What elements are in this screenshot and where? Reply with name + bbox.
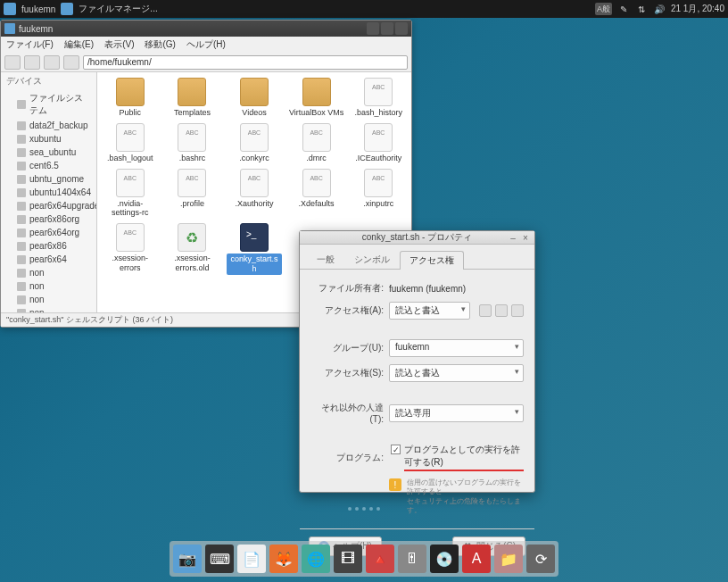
dock-item[interactable]: 🔺 bbox=[366, 545, 394, 573]
file-item[interactable]: .bash_history bbox=[349, 76, 408, 120]
fm-menubar: ファイル(F) 編集(E) 表示(V) 移動(G) ヘルプ(H) bbox=[1, 37, 411, 53]
close-button[interactable] bbox=[395, 22, 408, 35]
file-item[interactable]: .dmrc bbox=[287, 121, 346, 165]
label-others: それ以外の人達(T): bbox=[310, 402, 384, 424]
combo-group[interactable]: fuukemn bbox=[389, 339, 524, 357]
panel-app-name[interactable]: fuukemn bbox=[21, 4, 55, 14]
nav-back-button[interactable] bbox=[4, 55, 21, 70]
file-item[interactable]: conky_start.sh bbox=[225, 221, 284, 277]
combo-access-s[interactable]: 読込と書込 bbox=[389, 364, 524, 382]
nav-forward-button[interactable] bbox=[24, 55, 40, 70]
file-item[interactable]: .xsession-errors bbox=[101, 221, 160, 277]
label-access-a: アクセス権(A): bbox=[310, 304, 384, 317]
sidebar-item[interactable]: non bbox=[1, 266, 96, 279]
edit-icon[interactable]: ✎ bbox=[617, 3, 630, 15]
file-label: .xinputrc bbox=[363, 199, 393, 209]
dock-item[interactable]: 📄 bbox=[237, 545, 266, 573]
menu-edit[interactable]: 編集(E) bbox=[64, 38, 94, 51]
tab-permissions[interactable]: アクセス権 bbox=[400, 251, 464, 270]
tab-general[interactable]: 一般 bbox=[307, 250, 344, 269]
menu-help[interactable]: ヘルプ(H) bbox=[186, 38, 226, 51]
sidebar-item-label: pear6x64upgrade bbox=[29, 201, 97, 211]
sidebar-item[interactable]: ファイルシステム bbox=[1, 90, 96, 119]
file-label: .ICEauthority bbox=[355, 154, 401, 163]
menu-file[interactable]: ファイル(F) bbox=[6, 38, 54, 51]
dock-item[interactable]: ⟳ bbox=[526, 545, 555, 573]
network-icon[interactable]: ⇅ bbox=[635, 3, 648, 15]
fm-titlebar[interactable]: fuukemn bbox=[1, 21, 411, 37]
file-item[interactable]: VirtualBox VMs bbox=[287, 76, 346, 120]
sidebar-item[interactable]: non bbox=[1, 293, 96, 306]
minimize-button[interactable] bbox=[367, 22, 379, 35]
file-label: .xsession-errors bbox=[103, 254, 158, 273]
panel-clock[interactable]: 21 1月, 20:40 bbox=[671, 3, 724, 15]
sidebar-item[interactable]: non bbox=[1, 279, 96, 293]
perm-other-icon[interactable] bbox=[511, 304, 524, 317]
dock-item[interactable]: ⌨ bbox=[205, 545, 234, 573]
panel-fm-icon[interactable] bbox=[61, 3, 73, 15]
doc-icon bbox=[240, 169, 269, 197]
panel-app-icon[interactable] bbox=[4, 3, 16, 15]
ime-indicator[interactable]: A般 bbox=[595, 3, 612, 15]
sidebar-item[interactable]: ubuntu1404x64 bbox=[1, 186, 96, 199]
file-label: .Xdefaults bbox=[299, 199, 335, 209]
file-item[interactable]: .bash_logout bbox=[101, 121, 160, 165]
file-item[interactable]: .profile bbox=[163, 167, 222, 220]
file-item[interactable]: .nvidia-settings-rc bbox=[101, 167, 160, 220]
file-item[interactable]: .ICEauthority bbox=[349, 121, 408, 165]
dock-item[interactable]: 🦊 bbox=[269, 545, 298, 573]
dock-item[interactable]: 📁 bbox=[494, 545, 523, 573]
sidebar-item-label: pear6x86 bbox=[29, 241, 67, 251]
tab-emblem[interactable]: シンボル bbox=[344, 250, 400, 269]
file-item[interactable]: .conkyrc bbox=[225, 121, 284, 165]
perm-user-icon[interactable] bbox=[479, 304, 492, 317]
maximize-button[interactable] bbox=[381, 22, 393, 35]
file-item[interactable]: .xsession-errors.old bbox=[163, 221, 222, 277]
perm-group-icon[interactable] bbox=[495, 304, 508, 317]
file-item[interactable]: .xinputrc bbox=[349, 167, 408, 220]
sidebar-item[interactable]: data2f_backup bbox=[1, 119, 96, 132]
dock-item[interactable]: 💿 bbox=[430, 545, 459, 573]
menu-view[interactable]: 表示(V) bbox=[104, 38, 134, 51]
panel-app-sub[interactable]: ファイルマネージ... bbox=[79, 3, 157, 15]
drive-icon bbox=[17, 148, 26, 157]
sidebar-item[interactable]: pear6x86org bbox=[1, 212, 96, 226]
combo-access-a[interactable]: 読込と書込 bbox=[389, 302, 470, 320]
sidebar-item[interactable]: pear6x64org bbox=[1, 226, 96, 239]
combo-others[interactable]: 読込専用 bbox=[389, 404, 524, 422]
drive-icon bbox=[17, 229, 26, 237]
sidebar-item[interactable]: xubuntu bbox=[1, 132, 96, 146]
file-item[interactable]: Public bbox=[101, 76, 160, 120]
file-label: .profile bbox=[180, 199, 204, 209]
file-item[interactable]: .Xauthority bbox=[225, 167, 284, 220]
sidebar-item[interactable]: pear6x86 bbox=[1, 239, 96, 253]
sidebar-item[interactable]: pear6x64upgrade bbox=[1, 199, 96, 212]
dock-item[interactable]: 📷 bbox=[173, 545, 202, 573]
recycle-icon bbox=[178, 223, 206, 252]
file-item[interactable]: Videos bbox=[225, 76, 284, 120]
file-item[interactable]: Templates bbox=[163, 76, 222, 120]
sidebar-item[interactable]: sea_ubuntu bbox=[1, 146, 96, 159]
path-input[interactable]: /home/fuukemn/ bbox=[83, 55, 408, 70]
prop-titlebar[interactable]: conky_start.sh - プロパティ – × bbox=[300, 231, 534, 245]
file-item[interactable]: .Xdefaults bbox=[287, 167, 346, 220]
nav-home-button[interactable] bbox=[63, 55, 79, 70]
doc-icon bbox=[364, 169, 393, 197]
dock-item[interactable]: 🌐 bbox=[302, 545, 330, 573]
sidebar-item[interactable]: ubntu_gnome bbox=[1, 172, 96, 186]
menu-go[interactable]: 移動(G) bbox=[145, 38, 175, 51]
checkbox-execute[interactable]: ✓ bbox=[391, 445, 401, 454]
sidebar-item[interactable]: non bbox=[1, 306, 96, 312]
dock-item[interactable]: 🎚 bbox=[398, 545, 426, 573]
volume-icon[interactable]: 🔊 bbox=[653, 3, 666, 15]
sidebar-item[interactable]: cent6.5 bbox=[1, 159, 96, 172]
nav-up-button[interactable] bbox=[44, 55, 60, 70]
checkbox-execute-label[interactable]: プログラムとしての実行を許可する(R) bbox=[404, 444, 524, 471]
file-item[interactable]: .bashrc bbox=[163, 121, 222, 165]
label-group: グループ(U): bbox=[310, 342, 384, 354]
dock-item[interactable]: A bbox=[462, 545, 491, 573]
sidebar-item[interactable]: pear6x64 bbox=[1, 253, 96, 266]
prop-close-button[interactable]: × bbox=[520, 232, 531, 243]
dock-item[interactable]: 🎞 bbox=[334, 545, 362, 573]
prop-minimize-button[interactable]: – bbox=[508, 232, 518, 243]
